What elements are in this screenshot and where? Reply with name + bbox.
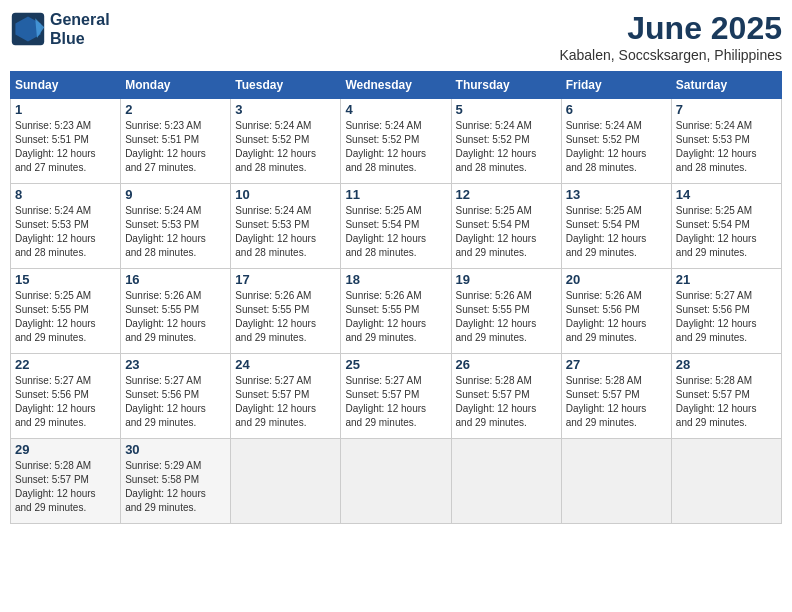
day-sunday: Sunday bbox=[11, 72, 121, 99]
table-row bbox=[231, 439, 341, 524]
table-row: 25Sunrise: 5:27 AMSunset: 5:57 PMDayligh… bbox=[341, 354, 451, 439]
table-row: 19Sunrise: 5:26 AMSunset: 5:55 PMDayligh… bbox=[451, 269, 561, 354]
day-info: Sunrise: 5:25 AMSunset: 5:54 PMDaylight:… bbox=[566, 205, 647, 258]
day-info: Sunrise: 5:24 AMSunset: 5:52 PMDaylight:… bbox=[235, 120, 316, 173]
day-number: 17 bbox=[235, 272, 336, 287]
day-info: Sunrise: 5:28 AMSunset: 5:57 PMDaylight:… bbox=[676, 375, 757, 428]
day-number: 12 bbox=[456, 187, 557, 202]
day-monday: Monday bbox=[121, 72, 231, 99]
table-row: 16Sunrise: 5:26 AMSunset: 5:55 PMDayligh… bbox=[121, 269, 231, 354]
week-row: 22Sunrise: 5:27 AMSunset: 5:56 PMDayligh… bbox=[11, 354, 782, 439]
day-number: 16 bbox=[125, 272, 226, 287]
table-row: 29Sunrise: 5:28 AMSunset: 5:57 PMDayligh… bbox=[11, 439, 121, 524]
week-row: 1Sunrise: 5:23 AMSunset: 5:51 PMDaylight… bbox=[11, 99, 782, 184]
table-row: 14Sunrise: 5:25 AMSunset: 5:54 PMDayligh… bbox=[671, 184, 781, 269]
day-number: 13 bbox=[566, 187, 667, 202]
table-row: 17Sunrise: 5:26 AMSunset: 5:55 PMDayligh… bbox=[231, 269, 341, 354]
day-saturday: Saturday bbox=[671, 72, 781, 99]
day-info: Sunrise: 5:24 AMSunset: 5:53 PMDaylight:… bbox=[676, 120, 757, 173]
title-area: June 2025 Kabalen, Soccsksargen, Philipp… bbox=[559, 10, 782, 63]
day-info: Sunrise: 5:27 AMSunset: 5:57 PMDaylight:… bbox=[235, 375, 316, 428]
day-tuesday: Tuesday bbox=[231, 72, 341, 99]
day-friday: Friday bbox=[561, 72, 671, 99]
day-info: Sunrise: 5:25 AMSunset: 5:55 PMDaylight:… bbox=[15, 290, 96, 343]
day-number: 27 bbox=[566, 357, 667, 372]
day-number: 3 bbox=[235, 102, 336, 117]
day-info: Sunrise: 5:27 AMSunset: 5:56 PMDaylight:… bbox=[125, 375, 206, 428]
day-number: 1 bbox=[15, 102, 116, 117]
subtitle: Kabalen, Soccsksargen, Philippines bbox=[559, 47, 782, 63]
day-info: Sunrise: 5:26 AMSunset: 5:55 PMDaylight:… bbox=[235, 290, 316, 343]
calendar-header: Sunday Monday Tuesday Wednesday Thursday… bbox=[11, 72, 782, 99]
day-info: Sunrise: 5:29 AMSunset: 5:58 PMDaylight:… bbox=[125, 460, 206, 513]
table-row: 5Sunrise: 5:24 AMSunset: 5:52 PMDaylight… bbox=[451, 99, 561, 184]
logo-text-line2: Blue bbox=[50, 29, 110, 48]
day-info: Sunrise: 5:28 AMSunset: 5:57 PMDaylight:… bbox=[15, 460, 96, 513]
main-title: June 2025 bbox=[559, 10, 782, 47]
logo-icon bbox=[10, 11, 46, 47]
day-info: Sunrise: 5:25 AMSunset: 5:54 PMDaylight:… bbox=[345, 205, 426, 258]
day-number: 15 bbox=[15, 272, 116, 287]
calendar-body: 1Sunrise: 5:23 AMSunset: 5:51 PMDaylight… bbox=[11, 99, 782, 524]
table-row: 12Sunrise: 5:25 AMSunset: 5:54 PMDayligh… bbox=[451, 184, 561, 269]
day-info: Sunrise: 5:25 AMSunset: 5:54 PMDaylight:… bbox=[456, 205, 537, 258]
table-row: 8Sunrise: 5:24 AMSunset: 5:53 PMDaylight… bbox=[11, 184, 121, 269]
day-number: 10 bbox=[235, 187, 336, 202]
table-row: 21Sunrise: 5:27 AMSunset: 5:56 PMDayligh… bbox=[671, 269, 781, 354]
day-number: 26 bbox=[456, 357, 557, 372]
table-row: 9Sunrise: 5:24 AMSunset: 5:53 PMDaylight… bbox=[121, 184, 231, 269]
table-row: 10Sunrise: 5:24 AMSunset: 5:53 PMDayligh… bbox=[231, 184, 341, 269]
table-row: 26Sunrise: 5:28 AMSunset: 5:57 PMDayligh… bbox=[451, 354, 561, 439]
table-row: 11Sunrise: 5:25 AMSunset: 5:54 PMDayligh… bbox=[341, 184, 451, 269]
day-number: 14 bbox=[676, 187, 777, 202]
day-number: 22 bbox=[15, 357, 116, 372]
day-number: 7 bbox=[676, 102, 777, 117]
day-info: Sunrise: 5:27 AMSunset: 5:57 PMDaylight:… bbox=[345, 375, 426, 428]
week-row: 29Sunrise: 5:28 AMSunset: 5:57 PMDayligh… bbox=[11, 439, 782, 524]
day-info: Sunrise: 5:27 AMSunset: 5:56 PMDaylight:… bbox=[15, 375, 96, 428]
table-row: 28Sunrise: 5:28 AMSunset: 5:57 PMDayligh… bbox=[671, 354, 781, 439]
table-row: 13Sunrise: 5:25 AMSunset: 5:54 PMDayligh… bbox=[561, 184, 671, 269]
day-number: 21 bbox=[676, 272, 777, 287]
header: General Blue June 2025 Kabalen, Soccsksa… bbox=[10, 10, 782, 63]
week-row: 8Sunrise: 5:24 AMSunset: 5:53 PMDaylight… bbox=[11, 184, 782, 269]
day-number: 20 bbox=[566, 272, 667, 287]
logo: General Blue bbox=[10, 10, 110, 48]
table-row: 1Sunrise: 5:23 AMSunset: 5:51 PMDaylight… bbox=[11, 99, 121, 184]
day-info: Sunrise: 5:26 AMSunset: 5:55 PMDaylight:… bbox=[456, 290, 537, 343]
day-number: 23 bbox=[125, 357, 226, 372]
day-wednesday: Wednesday bbox=[341, 72, 451, 99]
day-number: 5 bbox=[456, 102, 557, 117]
table-row: 3Sunrise: 5:24 AMSunset: 5:52 PMDaylight… bbox=[231, 99, 341, 184]
day-info: Sunrise: 5:25 AMSunset: 5:54 PMDaylight:… bbox=[676, 205, 757, 258]
table-row: 18Sunrise: 5:26 AMSunset: 5:55 PMDayligh… bbox=[341, 269, 451, 354]
week-row: 15Sunrise: 5:25 AMSunset: 5:55 PMDayligh… bbox=[11, 269, 782, 354]
day-info: Sunrise: 5:23 AMSunset: 5:51 PMDaylight:… bbox=[125, 120, 206, 173]
table-row: 20Sunrise: 5:26 AMSunset: 5:56 PMDayligh… bbox=[561, 269, 671, 354]
day-info: Sunrise: 5:24 AMSunset: 5:52 PMDaylight:… bbox=[566, 120, 647, 173]
table-row bbox=[451, 439, 561, 524]
day-number: 24 bbox=[235, 357, 336, 372]
day-info: Sunrise: 5:24 AMSunset: 5:52 PMDaylight:… bbox=[456, 120, 537, 173]
day-info: Sunrise: 5:23 AMSunset: 5:51 PMDaylight:… bbox=[15, 120, 96, 173]
day-info: Sunrise: 5:24 AMSunset: 5:53 PMDaylight:… bbox=[235, 205, 316, 258]
day-number: 25 bbox=[345, 357, 446, 372]
table-row: 23Sunrise: 5:27 AMSunset: 5:56 PMDayligh… bbox=[121, 354, 231, 439]
day-number: 29 bbox=[15, 442, 116, 457]
day-info: Sunrise: 5:26 AMSunset: 5:55 PMDaylight:… bbox=[125, 290, 206, 343]
table-row bbox=[341, 439, 451, 524]
day-info: Sunrise: 5:24 AMSunset: 5:52 PMDaylight:… bbox=[345, 120, 426, 173]
day-thursday: Thursday bbox=[451, 72, 561, 99]
table-row: 15Sunrise: 5:25 AMSunset: 5:55 PMDayligh… bbox=[11, 269, 121, 354]
table-row: 6Sunrise: 5:24 AMSunset: 5:52 PMDaylight… bbox=[561, 99, 671, 184]
day-number: 18 bbox=[345, 272, 446, 287]
table-row: 7Sunrise: 5:24 AMSunset: 5:53 PMDaylight… bbox=[671, 99, 781, 184]
table-row bbox=[671, 439, 781, 524]
days-of-week-row: Sunday Monday Tuesday Wednesday Thursday… bbox=[11, 72, 782, 99]
table-row: 4Sunrise: 5:24 AMSunset: 5:52 PMDaylight… bbox=[341, 99, 451, 184]
day-number: 28 bbox=[676, 357, 777, 372]
day-number: 2 bbox=[125, 102, 226, 117]
day-info: Sunrise: 5:28 AMSunset: 5:57 PMDaylight:… bbox=[566, 375, 647, 428]
day-number: 6 bbox=[566, 102, 667, 117]
logo-text-line1: General bbox=[50, 10, 110, 29]
